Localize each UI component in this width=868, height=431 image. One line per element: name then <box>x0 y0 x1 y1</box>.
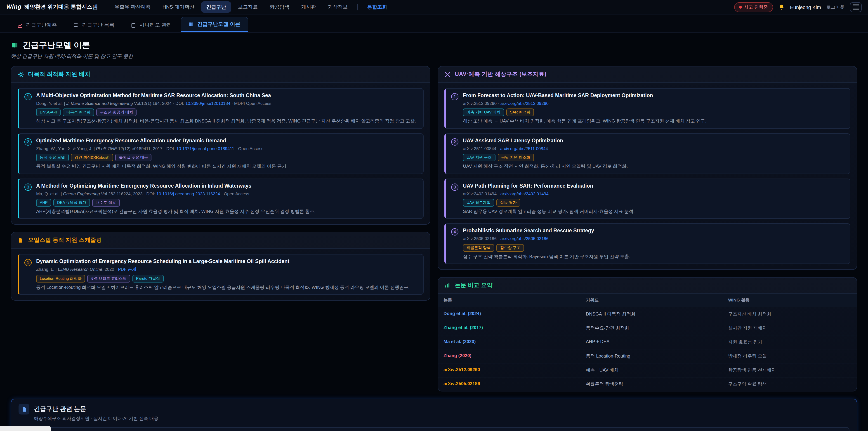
notification-bell-icon[interactable] <box>778 4 784 10</box>
user-name[interactable]: Eunjeong Kim <box>790 4 821 10</box>
nav-item-aerial-search[interactable]: 항공탐색 <box>265 1 294 13</box>
main-menu: 유출유 확산예측 HNS·대기확산 긴급구난 보고자료 항공탐색 게시판 기상정… <box>110 1 734 13</box>
tag-pill: 하이브리드 휴리스틱 <box>87 275 130 282</box>
wing-usage-cell: 방제정 라우팅 모델 <box>723 349 857 363</box>
paper-authors: Zhang, L. | <box>36 267 58 272</box>
paper-description: AHP(계층분석법)+DEA(자료포락분석)로 긴급구난 자원 효율성 평가 및… <box>36 208 418 215</box>
paper-number-badge: 2 <box>451 138 458 146</box>
paper-card: 3 UAV Path Planning for SAR: Performance… <box>444 178 850 219</box>
paper-list: 1 A Multi-Objective Optimization Method … <box>11 83 430 224</box>
list-icon <box>73 22 79 28</box>
nav-item-integrated-search[interactable]: 통합조회 <box>362 1 392 13</box>
app-title: 해양환경 위기대응 통합시스템 <box>24 3 98 11</box>
paper-journal: J. Marine Science and Engineering <box>66 101 133 106</box>
paper-meta-mid: Vol.12(1):184, 2024 · DOI: <box>133 101 185 106</box>
paper-link[interactable]: arXiv:2505.02186 <box>443 381 480 386</box>
doi-link[interactable]: 10.1371/journal.pone.0189411 <box>176 146 234 151</box>
paper-description: 동적 Location-Routing 최적화 모델 + 하이브리드 휴리스틱 … <box>36 284 418 291</box>
paper-meta-suffix: · MDPI Open Access <box>230 101 272 106</box>
keyword-cell: 동적수요·강건 최적화 <box>581 321 723 335</box>
paper-card: 2 UAV-Assisted SAR Latency Optimization … <box>444 133 850 174</box>
paper-number-badge: 3 <box>451 183 458 190</box>
paper-tags: Location-Routing 최적화 하이브리드 휴리스틱 Pareto 다… <box>36 275 418 282</box>
paper-meta: arXiv:2512.09260 · arxiv.org/abs/2512.09… <box>463 100 844 106</box>
paper-title: Probabilistic Submarine Search and Rescu… <box>463 227 844 235</box>
paper-link[interactable]: Ma et al. (2023) <box>443 339 475 344</box>
comparison-table: 논문 키워드 WING 활용 Dong et al. (2024) DNSGA-… <box>438 294 857 391</box>
sub-tabbar: 긴급구난예측 긴급구난 목록 시나리오 관리 긴급구난모델 이론 <box>0 14 868 33</box>
main-content: 긴급구난모델 이론 해상 긴급구난 자원 배치·최적화 이론 및 참고 연구 문… <box>0 33 868 431</box>
doi-link[interactable]: 10.3390/jmse12010184 <box>185 101 230 106</box>
arxiv-link[interactable]: arxiv.org/abs/2505.02186 <box>500 236 549 241</box>
arxiv-link[interactable]: arxiv.org/abs/2512.09260 <box>500 101 549 106</box>
nav-item-board[interactable]: 게시판 <box>296 1 321 13</box>
nav-item-rescue[interactable]: 긴급구난 <box>202 1 231 13</box>
paper-body: A Method for Optimizing Maritime Emergen… <box>36 182 418 215</box>
section-related-papers: 긴급구난 관련 논문 해양수색구조 의사결정지원 · 실시간 데이터·AI 기반… <box>11 399 857 431</box>
paper-description: 해상 사고 후 구조자원(구조선·항공기) 배치 최적화. 비용·응답시간 동시… <box>36 118 418 125</box>
keyword-cell: AHP + DEA <box>581 335 723 349</box>
paper-tags: 확률론적 탐색 잠수함 구조 <box>463 244 844 251</box>
paper-number-badge: 3 <box>24 183 32 190</box>
nav-item-weather[interactable]: 기상정보 <box>323 1 353 13</box>
paper-list: 2025 수색구조 의사결정지원 지능형 해양수색구조 의사결정지원시스템: 신… <box>11 425 857 431</box>
paper-list: 1 Dynamic Optimization of Emergency Reso… <box>11 249 430 300</box>
logout-button[interactable]: 로그아웃 <box>827 4 844 10</box>
paper-journal: PLoS ONE <box>96 146 117 151</box>
page-title: 긴급구난모델 이론 <box>11 40 857 51</box>
paper-title: UAV-Assisted SAR Latency Optimization <box>463 137 844 144</box>
paper-link[interactable]: arXiv:2512.09260 <box>443 367 480 372</box>
paper-link[interactable]: Zhang et al. (2017) <box>443 325 483 330</box>
document-icon <box>18 237 24 244</box>
wing-usage-cell: 구조구역 확률 탐색 <box>723 377 857 391</box>
paper-journal: LJMU Research Online <box>58 267 102 272</box>
tag-pill: 잠수함 구조 <box>497 244 524 251</box>
paper-body: From Forecast to Action: UAV-Based Marit… <box>463 92 844 125</box>
section-comparison-summary: 논문 비교 요약 논문 키워드 WING 활용 Dong e <box>438 277 857 392</box>
nav-item-oil-spill[interactable]: 유출유 확산예측 <box>110 1 156 13</box>
doi-link[interactable]: 10.1016/j.oceaneng.2023.116224 <box>156 191 220 196</box>
tag-pill: 예측 기반 UAV 배치 <box>463 109 504 116</box>
section-header: 오일스필 동적 자원 스케줄링 <box>11 233 430 249</box>
paper-body: Probabilistic Submarine Search and Rescu… <box>463 227 844 260</box>
hamburger-menu-icon[interactable] <box>850 2 862 12</box>
table-row: Ma et al. (2023) AHP + DEA 자원 효율성 평가 <box>438 335 857 349</box>
paper-body: Dynamic Optimization of Emergency Resour… <box>36 258 418 291</box>
tag-pill: Location-Routing 최적화 <box>36 275 85 282</box>
section-subtitle: 해양수색구조 의사결정지원 · 실시간 데이터·AI 기반 신속 대응 <box>11 414 857 425</box>
paper-link[interactable]: Dong et al. (2024) <box>443 311 481 316</box>
paper-meta: Zhang, W., Yan, X. & Yang, J. | PLoS ONE… <box>36 145 418 151</box>
arxiv-link[interactable]: arxiv.org/abs/2402.01494 <box>500 191 549 196</box>
paper-title: A Method for Optimizing Maritime Emergen… <box>36 182 418 189</box>
paper-meta: Dong, Y. et al. | J. Marine Science and … <box>36 100 418 106</box>
nav-item-reports[interactable]: 보고자료 <box>233 1 263 13</box>
tab-rescue-prediction[interactable]: 긴급구난예측 <box>10 18 64 32</box>
paper-authors: Dong, Y. et al. | <box>36 101 66 106</box>
tab-rescue-model-theory[interactable]: 긴급구난모델 이론 <box>181 17 248 32</box>
paper-link[interactable]: Zhang (2020) <box>443 353 471 358</box>
bar-chart-icon <box>444 282 451 288</box>
app-logo[interactable]: Wing 해양환경 위기대응 통합시스템 <box>6 3 98 11</box>
arxiv-link[interactable]: arxiv.org/abs/2511.00844 <box>500 146 548 151</box>
paper-title: Optimized Maritime Emergency Resource Al… <box>36 137 418 144</box>
section-header: 다목적 최적화 자원 배치 <box>11 66 430 83</box>
section-title: UAV·예측 기반 해상구조 (보조자료) <box>455 70 546 78</box>
paper-meta-mid: Vol.282:116224, 2023 · DOI: <box>100 191 156 196</box>
tag-pill: 확률론적 탐색 <box>463 244 494 251</box>
pdf-link[interactable]: PDF 공개 <box>118 267 136 272</box>
paper-card: 4 Probabilistic Submarine Search and Res… <box>444 223 850 264</box>
nav-item-hns[interactable]: HNS·대기확산 <box>158 1 199 13</box>
paper-meta-mid: , 2020 · <box>102 267 118 272</box>
paper-description: 잠수 구조 전략 확률론적 최적화. Bayesian 탐색 이론 기반 구조자… <box>463 253 844 260</box>
tag-pill: DEA 효율성 평가 <box>54 199 90 207</box>
col-header-keyword: 키워드 <box>581 294 723 307</box>
tab-scenario-management[interactable]: 시나리오 관리 <box>123 18 179 32</box>
tag-pill: 불확실 수요 대응 <box>115 154 151 161</box>
nav-divider <box>358 4 358 10</box>
paper-body: UAV-Assisted SAR Latency Optimization ar… <box>463 137 844 170</box>
paper-description: SAR 임무용 UAV 경로계획 알고리즘 성능 비교 평가. 탐색 커버리지·… <box>463 208 844 215</box>
section-title: 다목적 최적화 자원 배치 <box>28 70 90 78</box>
tab-label: 긴급구난예측 <box>26 22 57 29</box>
keyword-cell: DNSGA-II 다목적 최적화 <box>581 307 723 321</box>
tab-rescue-list[interactable]: 긴급구난 목록 <box>66 18 122 32</box>
